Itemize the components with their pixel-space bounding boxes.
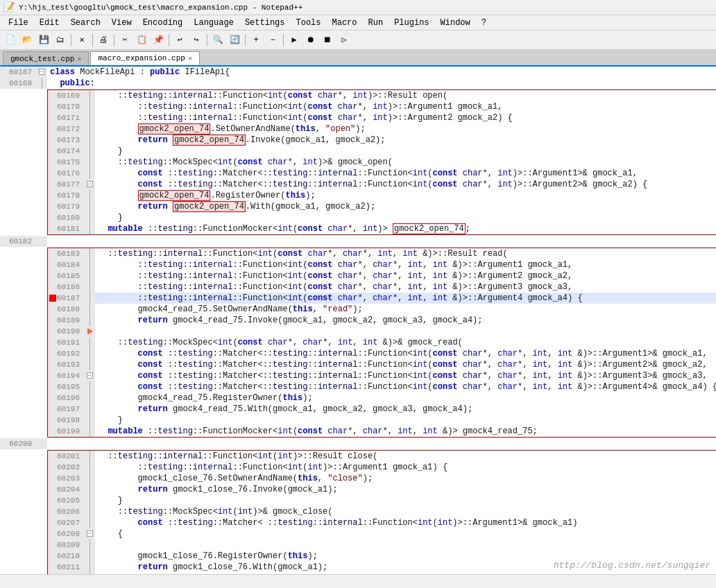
line-content-60171: ::testing::internal::Function<int(const …	[95, 112, 513, 123]
sep2	[92, 34, 93, 46]
cut-button[interactable]: ✂	[117, 33, 133, 48]
code-line-60167: 60167 − class MockFileApi : public IFile…	[0, 67, 716, 78]
zoom-out-button[interactable]: −	[265, 33, 280, 48]
app-icon: 📝	[3, 1, 15, 13]
line-num-60187: 60187	[48, 293, 84, 304]
line-content-60183: ::testing::internal::Function<int(const …	[95, 248, 508, 259]
menu-edit[interactable]: Edit	[34, 17, 65, 29]
line-num-60170: 60170	[48, 101, 84, 112]
code-line-60210: 60210 gmock1_close_76.RegisterOwner(this…	[48, 551, 716, 562]
line-content-60185: ::testing::internal::Function<int(const …	[95, 270, 572, 282]
menu-window[interactable]: Window	[435, 17, 476, 29]
line-content-60170: ::testing::internal::Function<int(const …	[95, 101, 502, 112]
fold-open-60167[interactable]: −	[39, 69, 45, 75]
code-line-60209: 60209	[48, 539, 716, 551]
line-num-60168: 60168	[0, 78, 36, 89]
undo-button[interactable]: ↩	[172, 33, 187, 48]
tab-close-1[interactable]: ✕	[77, 55, 81, 63]
fold-open-60194[interactable]: −	[87, 372, 93, 379]
code-line-60175: 60175 ::testing::MockSpec<int(const char…	[48, 157, 716, 168]
line-content-60174: }	[95, 146, 123, 157]
fold-60167[interactable]: −	[36, 67, 47, 78]
fold-60188	[84, 304, 95, 315]
zoom-in-button[interactable]: +	[248, 33, 264, 48]
line-num-60172: 60172	[48, 123, 84, 135]
tab-macro-expansion[interactable]: macro_expansion.cpp ✕	[90, 51, 199, 65]
fold-open-60208[interactable]: −	[87, 530, 93, 537]
menu-encoding[interactable]: Encoding	[137, 17, 189, 29]
fold-60177[interactable]: −	[84, 179, 95, 190]
menu-view[interactable]: View	[106, 17, 137, 29]
fold-60211	[84, 562, 95, 573]
fold-60170	[84, 101, 95, 112]
fold-60189	[84, 315, 95, 326]
paste-button[interactable]: 📌	[151, 33, 166, 48]
fold-60194[interactable]: −	[84, 370, 95, 381]
macro-stop-button[interactable]: ⏹	[320, 33, 335, 48]
macro-play-button[interactable]: ▷	[336, 33, 352, 48]
save-all-button[interactable]: 🗂	[53, 33, 68, 48]
menubar: File Edit Search View Encoding Language …	[0, 15, 716, 31]
code-area[interactable]: 60167 − class MockFileApi : public IFile…	[0, 67, 716, 574]
fold-60201	[84, 451, 95, 462]
code-line-60192: 60192 const ::testing::Matcher<::testing…	[48, 348, 716, 359]
fold-60208[interactable]: −	[84, 528, 95, 539]
section-box-1: 60169 ::testing::internal::Function<int(…	[47, 89, 716, 235]
line-content-60172: gmock2_open_74.SetOwnerAndName(this, "op…	[95, 123, 366, 135]
menu-plugins[interactable]: Plugins	[389, 17, 434, 29]
line-num-60185: 60185	[48, 270, 84, 282]
code-line-60205: 60205 }	[48, 495, 716, 506]
fold-60186	[84, 282, 95, 293]
fold-60187	[84, 293, 95, 304]
code-line-60193: 60193 const ::testing::Matcher<::testing…	[48, 359, 716, 370]
run-button[interactable]: ▶	[287, 33, 302, 48]
fold-60198	[84, 415, 95, 426]
print-button[interactable]: 🖨	[96, 33, 111, 48]
fold-60182	[36, 236, 47, 247]
menu-tools[interactable]: Tools	[290, 17, 326, 29]
line-content-60173: return gmock2_open_74.Invoke(gmock_a1, g…	[95, 135, 386, 146]
macro-record-button[interactable]: ⏺	[303, 33, 318, 48]
fold-60180	[84, 212, 95, 223]
tab-gmock-test[interactable]: gmock_test.cpp ✕	[3, 51, 89, 65]
fold-open-60177[interactable]: −	[87, 181, 93, 187]
menu-file[interactable]: File	[3, 17, 34, 29]
code-line-60178: 60178 gmock2_open_74.RegisterOwner(this)…	[48, 190, 716, 201]
code-line-60203: 60203 gmock1_close_76.SetOwnerAndName(th…	[48, 473, 716, 484]
new-button[interactable]: 📄	[3, 33, 18, 48]
fold-60200	[36, 438, 47, 449]
menu-help[interactable]: ?	[476, 17, 492, 29]
replace-button[interactable]: 🔄	[227, 33, 242, 48]
line-content-60175: ::testing::MockSpec<int(const char*, int…	[95, 157, 393, 168]
line-content-60201: ::testing::internal::Function<int(int)>:…	[95, 451, 377, 462]
redo-button[interactable]: ↪	[189, 33, 204, 48]
line-num-60182: 60182	[0, 236, 36, 247]
open-button[interactable]: 📂	[19, 33, 35, 48]
line-num-60192: 60192	[48, 348, 84, 359]
line-num-60199: 60199	[48, 426, 84, 437]
menu-search[interactable]: Search	[65, 17, 106, 29]
find-button[interactable]: 🔍	[210, 33, 225, 48]
line-num-60194: 60194	[48, 370, 84, 381]
fold-60199	[84, 426, 95, 437]
line-num-60167: 60167	[0, 67, 36, 78]
code-line-60183: 60183 ::testing::internal::Function<int(…	[48, 248, 716, 259]
line-content-60207: const ::testing::Matcher< ::testing::int…	[95, 517, 577, 528]
menu-language[interactable]: Language	[188, 17, 239, 29]
sep7	[283, 34, 284, 46]
menu-settings[interactable]: Settings	[239, 17, 291, 29]
menu-run[interactable]: Run	[363, 17, 389, 29]
fold-60181	[84, 223, 95, 234]
menu-macro[interactable]: Macro	[327, 17, 363, 29]
line-num-60212: 60212	[48, 573, 84, 574]
close-button[interactable]: ✕	[74, 33, 90, 48]
copy-button[interactable]: 📋	[134, 33, 149, 48]
fold-60206	[84, 506, 95, 517]
fold-60184	[84, 259, 95, 270]
line-num-60195: 60195	[48, 381, 84, 392]
fold-60191	[84, 337, 95, 348]
line-content-60204: return gmock1_close_76.Invoke(gmock_a1);	[95, 484, 338, 495]
fold-60212	[84, 573, 95, 574]
save-button[interactable]: 💾	[36, 33, 51, 48]
tab-close-2[interactable]: ✕	[188, 54, 192, 62]
